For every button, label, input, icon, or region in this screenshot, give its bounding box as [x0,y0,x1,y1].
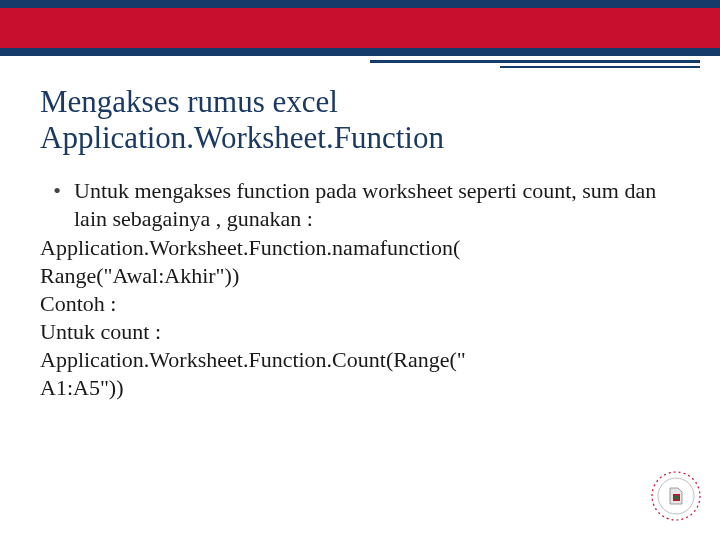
code-line-1: Application.Worksheet.Function.namafunct… [40,234,680,262]
code-line-3: Application.Worksheet.Function.Count(Ran… [40,346,680,374]
university-logo-icon [650,470,702,526]
title-line-1: Mengakses rumus excel [40,84,338,119]
label-contoh: Contoh : [40,290,680,318]
slide-content: Mengakses rumus excel Application.Worksh… [0,56,720,403]
bullet-text: Untuk mengakses function pada worksheet … [74,177,680,233]
header-underline [370,60,700,68]
bullet-item: • Untuk mengakses function pada workshee… [40,177,680,233]
header-bar [0,0,720,56]
body-text: • Untuk mengakses function pada workshee… [40,177,680,402]
code-line-4: A1:A5")) [40,374,680,402]
title-line-2: Application.Worksheet.Function [40,120,444,155]
code-line-2: Range("Awal:Akhir")) [40,262,680,290]
slide-title: Mengakses rumus excel Application.Worksh… [40,84,680,155]
svg-rect-3 [675,496,679,500]
bullet-marker: • [40,177,74,205]
label-untuk-count: Untuk count : [40,318,680,346]
